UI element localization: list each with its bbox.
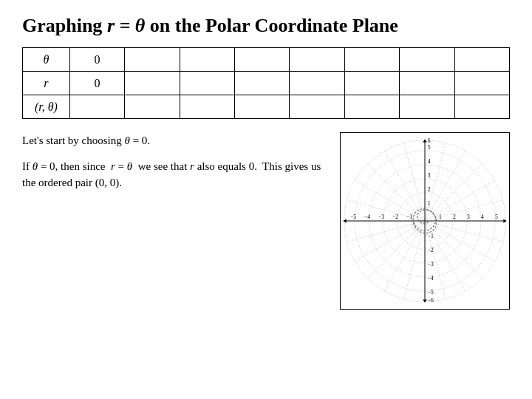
pair-header: (r, θ): [23, 95, 70, 119]
svg-text:−2: −2: [428, 247, 434, 253]
pair-val-6: [400, 95, 454, 119]
theta-val-4: [290, 48, 344, 72]
svg-text:−5: −5: [428, 289, 434, 296]
svg-text:−1: −1: [406, 214, 412, 220]
data-table-container: θ 0 r 0 (r, θ): [22, 47, 510, 119]
svg-text:5: 5: [495, 214, 498, 220]
r-val-2: [180, 72, 234, 95]
table-row-r: r 0: [23, 72, 510, 95]
pair-val-2: [180, 95, 234, 119]
r-val-1: [125, 72, 180, 95]
theta-val-5: [344, 48, 399, 72]
svg-text:−5: −5: [350, 214, 356, 220]
svg-text:−2: −2: [392, 214, 398, 220]
pair-val-7: [454, 95, 510, 119]
r-val-4: [290, 72, 344, 95]
svg-text:3: 3: [428, 172, 431, 179]
r-val-7: [454, 72, 510, 95]
pair-val-1: [125, 95, 180, 119]
theta-val-2: [180, 48, 234, 72]
pair-val-4: [290, 95, 344, 119]
svg-text:6: 6: [428, 137, 431, 144]
svg-text:2: 2: [428, 186, 431, 193]
r-val-5: [344, 72, 399, 95]
text-line2: If θ = 0, then since r = θ we see that r…: [22, 158, 325, 191]
svg-text:−4: −4: [364, 214, 370, 220]
r-val-0: 0: [69, 72, 124, 95]
bottom-section: Let's start by choosing θ = 0. If θ = 0,…: [22, 132, 510, 310]
title-prefix: Graphing: [22, 15, 107, 36]
svg-text:−3: −3: [428, 261, 434, 267]
explanation-text: Let's start by choosing θ = 0. If θ = 0,…: [22, 132, 325, 200]
theta-val-7: [454, 48, 510, 72]
svg-marker-43: [344, 219, 347, 223]
svg-text:1: 1: [439, 214, 442, 220]
svg-text:−3: −3: [378, 214, 384, 220]
text-line1: Let's start by choosing θ = 0.: [22, 132, 325, 149]
polar-graph-container: 1 2 3 4 5 −1 −2 −3 −4 −5 1 2 3 4 5 6 −1: [340, 132, 510, 310]
page-title: Graphing r = θ on the Polar Coordinate P…: [22, 15, 510, 37]
theta-val-3: [234, 48, 289, 72]
svg-marker-45: [423, 299, 427, 302]
r-header: r: [23, 72, 70, 95]
svg-text:4: 4: [481, 214, 484, 220]
polar-graph-svg: 1 2 3 4 5 −1 −2 −3 −4 −5 1 2 3 4 5 6 −1: [340, 132, 510, 310]
r-val-6: [400, 72, 454, 95]
data-table: θ 0 r 0 (r, θ): [22, 47, 510, 119]
svg-text:2: 2: [453, 214, 456, 220]
svg-text:−6: −6: [428, 297, 434, 304]
svg-marker-44: [423, 140, 427, 143]
table-row-pair: (r, θ): [23, 95, 510, 119]
svg-text:−1: −1: [428, 233, 434, 239]
title-equation: r = θ: [107, 15, 145, 36]
title-suffix: on the Polar Coordinate Plane: [145, 15, 398, 36]
r-val-3: [234, 72, 289, 95]
pair-val-0: [69, 95, 124, 119]
table-row-theta: θ 0: [23, 48, 510, 72]
svg-text:4: 4: [428, 158, 431, 165]
theta-header: θ: [23, 48, 70, 72]
page: Graphing r = θ on the Polar Coordinate P…: [0, 0, 532, 399]
svg-marker-42: [503, 219, 506, 223]
svg-text:1: 1: [428, 200, 431, 207]
pair-val-5: [344, 95, 399, 119]
pair-val-3: [234, 95, 289, 119]
theta-val-1: [125, 48, 180, 72]
theta-val-6: [400, 48, 454, 72]
svg-text:−4: −4: [428, 275, 434, 282]
svg-text:3: 3: [467, 214, 470, 220]
svg-text:5: 5: [428, 144, 431, 151]
theta-val-0: 0: [69, 48, 124, 72]
